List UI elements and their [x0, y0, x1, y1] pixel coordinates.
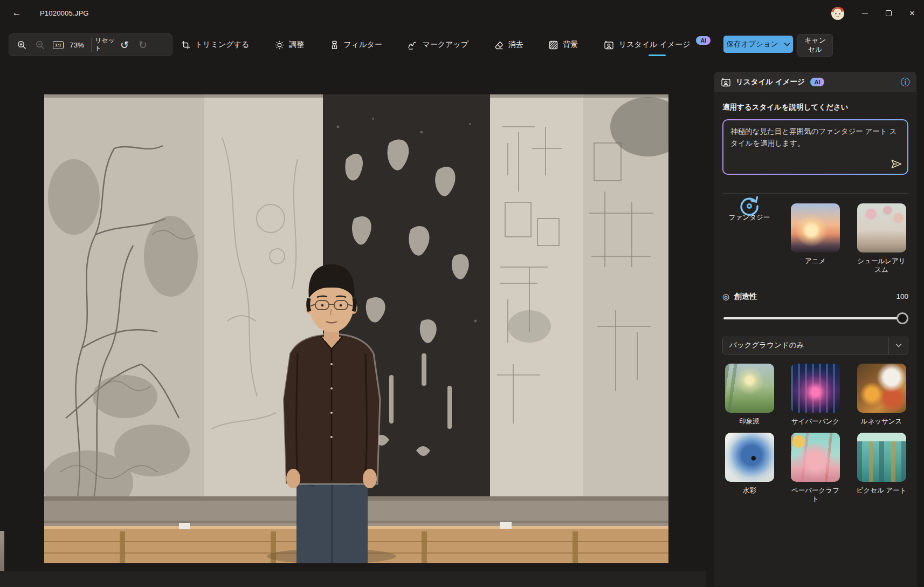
- style-thumb-watercolor[interactable]: 水彩: [722, 433, 776, 504]
- avatar-face-icon: [830, 5, 846, 21]
- ai-badge: AI: [810, 78, 825, 86]
- style-label: 印象派: [739, 417, 760, 426]
- photo-canvas[interactable]: [44, 94, 668, 563]
- papercraft-thumbnail: [791, 433, 840, 482]
- prompt-container: 神秘的な見た目と雰囲気のファンタジー アート スタイルを適用します。: [722, 119, 908, 175]
- renaissance-thumbnail: [857, 364, 906, 413]
- back-button[interactable]: ←: [8, 5, 26, 21]
- creativity-target-icon: ◎: [722, 292, 729, 302]
- tool-restyle-image[interactable]: リスタイル イメージ AI: [602, 37, 713, 53]
- reset-button[interactable]: リセット: [95, 36, 115, 54]
- editor-toolbar: 1:1 73% リセット ↺ ↻ トリミングする 調整: [0, 31, 924, 57]
- style-label: ペーパークラフト: [789, 486, 843, 504]
- account-avatar[interactable]: [830, 5, 846, 21]
- creativity-row: ◎ 創造性 100: [722, 292, 908, 302]
- creativity-slider[interactable]: [722, 312, 908, 324]
- tool-adjust[interactable]: 調整: [273, 37, 306, 53]
- file-title: P1020005.JPG: [40, 9, 89, 17]
- anime-thumbnail: [791, 203, 840, 252]
- save-options-label: 保存オプション: [726, 39, 778, 49]
- tool-erase[interactable]: 消去: [492, 37, 526, 53]
- chevron-down-icon: [784, 42, 790, 46]
- cyberpunk-thumbnail: [791, 364, 840, 413]
- scope-value: バックグラウンドのみ: [723, 340, 888, 350]
- scope-chevron-section[interactable]: [888, 337, 908, 354]
- redo-icon: ↻: [139, 39, 147, 51]
- undo-button[interactable]: ↺: [115, 36, 134, 54]
- tool-markup[interactable]: マークアップ: [405, 37, 471, 53]
- minimize-button[interactable]: [853, 0, 877, 26]
- zoom-level: 73%: [70, 41, 84, 49]
- info-icon: ⓘ: [901, 77, 910, 87]
- restyle-panel-header: リスタイル イメージ AI ⓘ: [714, 72, 916, 92]
- style-thumb-cyberpunk[interactable]: サイバーパンク: [789, 364, 843, 426]
- style-prompt-input[interactable]: 神秘的な見た目と雰囲気のファンタジー アート スタイルを適用します。: [723, 120, 907, 174]
- tool-filter[interactable]: フィルター: [328, 37, 384, 53]
- style-thumb-impressionism[interactable]: 印象派: [722, 364, 776, 426]
- restyle-panel: リスタイル イメージ AI ⓘ 適用するスタイルを説明してください 神秘的な見た…: [714, 72, 916, 587]
- titlebar-right: ×: [830, 0, 924, 26]
- minimize-icon: [862, 13, 868, 13]
- style-label: ピクセル アート: [857, 486, 907, 495]
- style-label: シュールレアリスム: [854, 257, 908, 275]
- close-icon: ×: [909, 9, 915, 18]
- zoom-out-icon: [36, 40, 45, 50]
- send-icon: [891, 159, 902, 169]
- slider-thumb[interactable]: [897, 312, 908, 324]
- style-label: サイバーパンク: [791, 417, 839, 426]
- filter-icon: [330, 40, 339, 50]
- style-thumb-pixel-art[interactable]: ピクセル アート: [854, 433, 908, 504]
- style-thumb-fantasy-selected[interactable]: ファンタジー: [722, 203, 776, 275]
- save-options-button[interactable]: 保存オプション: [723, 36, 793, 53]
- tool-background[interactable]: 背景: [547, 37, 580, 53]
- undo-icon: ↺: [120, 39, 129, 51]
- surrealism-thumbnail: [857, 203, 906, 252]
- bottom-strip: [0, 571, 706, 587]
- send-prompt-button[interactable]: [889, 158, 904, 170]
- redo-button[interactable]: ↻: [134, 36, 152, 54]
- style-thumb-surrealism[interactable]: シュールレアリスム: [854, 203, 908, 275]
- tool-restyle-label: リスタイル イメージ: [619, 40, 691, 50]
- cancel-button[interactable]: キャンセル: [797, 34, 833, 57]
- panel-title: リスタイル イメージ: [736, 77, 805, 87]
- style-label: ルネッサンス: [861, 417, 902, 426]
- style-label: 水彩: [743, 486, 756, 495]
- tool-crop-label: トリミングする: [195, 40, 249, 50]
- style-thumb-anime[interactable]: アニメ: [789, 203, 843, 275]
- close-button[interactable]: ×: [900, 0, 924, 26]
- zoom-out-button[interactable]: [31, 36, 49, 54]
- info-button[interactable]: ⓘ: [901, 78, 910, 87]
- ai-badge: AI: [696, 36, 711, 45]
- maximize-icon: [886, 10, 892, 16]
- tool-erase-label: 消去: [508, 40, 523, 50]
- zoom-in-button[interactable]: [12, 36, 31, 54]
- back-arrow-icon: ←: [12, 8, 22, 18]
- selected-style-ring: [747, 203, 752, 209]
- pixel-art-thumbnail: [857, 433, 906, 482]
- style-thumb-renaissance[interactable]: ルネッサンス: [854, 364, 908, 426]
- restyle-image-icon: [604, 40, 614, 50]
- active-tool-indicator: [649, 54, 666, 56]
- chevron-down-icon: [895, 343, 902, 347]
- toolbar-actions: 保存オプション キャンセル: [713, 31, 924, 57]
- sun-adjust-icon: [275, 40, 284, 50]
- tool-markup-label: マークアップ: [422, 40, 468, 50]
- zoom-toolbar-island: 1:1 73% リセット ↺ ↻: [9, 33, 173, 56]
- slider-track[interactable]: [723, 317, 907, 319]
- tool-crop[interactable]: トリミングする: [179, 37, 251, 53]
- tool-adjust-label: 調整: [289, 40, 304, 50]
- style-label: アニメ: [805, 257, 825, 265]
- tool-background-label: 背景: [563, 40, 578, 50]
- preset-styles-grid: 印象派 サイバーパンク ルネッサンス 水彩 ペーパークラフト ピクセル アート: [722, 364, 908, 504]
- background-icon: [549, 40, 558, 50]
- edit-tools: トリミングする 調整 フィルター マーク: [179, 33, 713, 56]
- creativity-value: 100: [896, 292, 908, 301]
- scope-dropdown[interactable]: バックグラウンドのみ: [722, 337, 908, 354]
- style-thumb-papercraft[interactable]: ペーパークラフト: [789, 433, 843, 504]
- restyle-panel-body: 適用するスタイルを説明してください 神秘的な見た目と雰囲気のファンタジー アート…: [714, 103, 916, 503]
- titlebar: ← P1020005.JPG ×: [0, 0, 924, 26]
- actual-size-button[interactable]: 1:1: [49, 36, 67, 54]
- maximize-button[interactable]: [877, 0, 900, 26]
- toolbar-divider: [91, 38, 92, 52]
- restyle-image-icon: [721, 78, 731, 87]
